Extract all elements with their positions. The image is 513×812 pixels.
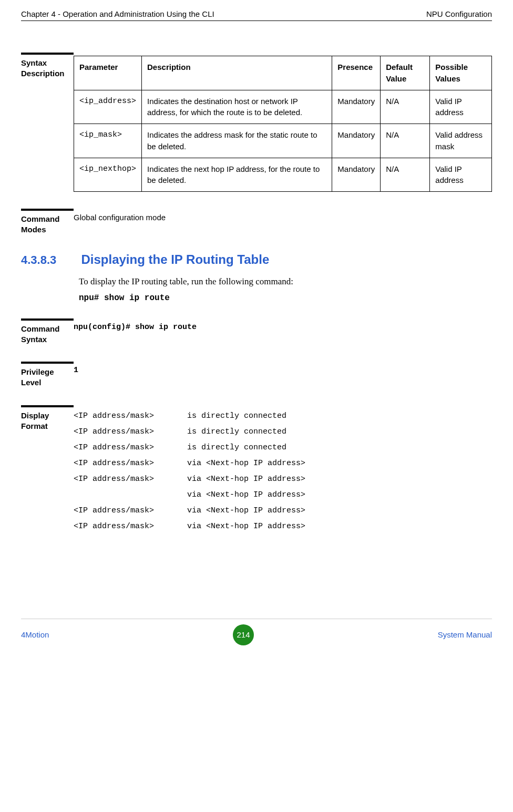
cell-default: N/A [381,90,430,124]
col-description: Description [142,56,332,90]
section-number: 4.3.8.3 [21,253,64,267]
privilege-level-block: Privilege Level 1 [21,362,492,388]
cell-presence: Mandatory [332,158,381,192]
cell-description: Indicates the next hop IP address, for t… [142,158,332,192]
cell-parameter: <ip_mask> [74,124,142,158]
cell-presence: Mandatory [332,90,381,124]
page-number-badge: 214 [233,624,254,645]
table-row: <ip_address> Indicates the destination h… [74,90,492,124]
cell-default: N/A [381,124,430,158]
page-root: Chapter 4 - Operation and Administration… [0,0,513,656]
page-header: Chapter 4 - Operation and Administration… [21,9,492,21]
section-body: To display the IP routing table, run the… [79,276,492,287]
table-row: <ip_mask> Indicates the address mask for… [74,124,492,158]
page-footer: 4Motion 214 System Manual [21,619,492,645]
col-presence: Presence [332,56,381,90]
cell-parameter: <ip_nexthop> [74,158,142,192]
display-format-label: Display Format [21,405,74,432]
header-right: NPU Configuration [426,9,492,18]
cell-parameter: <ip_address> [74,90,142,124]
syntax-description-label: Syntax Description [21,53,74,79]
display-format-lines: <IP address/mask> is directly connected … [74,408,492,535]
display-format-content: <IP address/mask> is directly connected … [74,405,492,535]
footer-left: 4Motion [21,630,49,639]
display-format-block: Display Format <IP address/mask> is dire… [21,405,492,535]
parameter-table: Parameter Description Presence Default V… [74,56,492,192]
syntax-description-block: Syntax Description Parameter Description… [21,53,492,192]
cell-possible: Valid address mask [430,124,492,158]
privilege-level-value: 1 [74,362,492,376]
section-title: Displaying the IP Routing Table [81,252,269,266]
command-modes-block: Command Modes Global configuration mode [21,209,492,235]
table-row: <ip_nexthop> Indicates the next hop IP a… [74,158,492,192]
syntax-description-content: Parameter Description Presence Default V… [74,53,492,192]
cell-presence: Mandatory [332,124,381,158]
header-left: Chapter 4 - Operation and Administration… [21,9,214,18]
privilege-level-label: Privilege Level [21,362,74,388]
cell-possible: Valid IP address [430,158,492,192]
command-syntax-value: npu(config)# show ip route [74,318,492,333]
col-parameter: Parameter [74,56,142,90]
col-default: Default Value [381,56,430,90]
cell-default: N/A [381,158,430,192]
cell-description: Indicates the destination host or networ… [142,90,332,124]
table-header-row: Parameter Description Presence Default V… [74,56,492,90]
command-modes-value: Global configuration mode [74,209,492,223]
section-command: npu# show ip route [79,293,492,303]
command-syntax-label: Command Syntax [21,318,74,345]
footer-right: System Manual [438,630,492,639]
cell-description: Indicates the address mask for the stati… [142,124,332,158]
section-block: 4.3.8.3 Displaying the IP Routing Table … [79,252,492,303]
command-syntax-block: Command Syntax npu(config)# show ip rout… [21,318,492,345]
cell-possible: Valid IP address [430,90,492,124]
section-heading-row: 4.3.8.3 Displaying the IP Routing Table [79,252,492,267]
col-possible: Possible Values [430,56,492,90]
command-modes-label: Command Modes [21,209,74,235]
